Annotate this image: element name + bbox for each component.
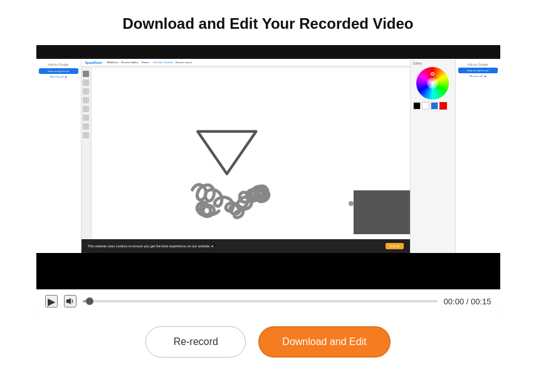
nav-link-gallery[interactable]: Browse Gallery xyxy=(122,61,139,64)
tool-pencil[interactable] xyxy=(83,71,89,77)
nav-link-multidraw[interactable]: MultiDraw xyxy=(107,61,118,64)
tool-select[interactable] xyxy=(83,106,89,112)
browser-area: Ads by Google Stop seeing this ad Why th… xyxy=(36,59,500,253)
nav-link-youtube[interactable]: YouTube Channel xyxy=(153,61,173,64)
video-top-bar xyxy=(36,45,500,59)
main-drawing-area: SpeedPaint MultiDraw Browse Gallery Game… xyxy=(81,59,410,253)
tool-eraser[interactable] xyxy=(83,88,89,95)
dark-corner-overlay xyxy=(354,190,410,234)
color-wheel[interactable] xyxy=(416,67,449,100)
browser-nav: SpeedPaint MultiDraw Browse Gallery Game… xyxy=(81,59,410,66)
tools-panel xyxy=(81,68,92,253)
tool-brush[interactable] xyxy=(83,80,89,86)
play-button[interactable]: ▶ xyxy=(45,295,58,307)
swatch-black[interactable] xyxy=(413,102,421,110)
re-record-button[interactable]: Re-record xyxy=(145,326,246,358)
left-why-this-label: Why this ad? ▶ xyxy=(39,75,78,78)
action-buttons: Re-record Download and Edit xyxy=(145,326,390,358)
nav-link-games[interactable]: Games xyxy=(142,61,150,64)
volume-icon xyxy=(65,297,75,306)
colors-panel-label: Colors xyxy=(413,61,453,65)
video-screen: Ads by Google Stop seeing this ad Why th… xyxy=(36,45,500,289)
swatch-blue[interactable] xyxy=(431,102,438,110)
right-ads-label: Ads by Google xyxy=(458,63,498,66)
nav-logo: SpeedPaint xyxy=(85,61,102,64)
download-edit-button[interactable]: Download and Edit xyxy=(258,326,390,358)
tool-text[interactable] xyxy=(83,115,89,121)
video-container: Ads by Google Stop seeing this ad Why th… xyxy=(36,45,500,312)
right-why-label: Why this ad? ▶ xyxy=(458,75,498,78)
progress-bar[interactable] xyxy=(83,300,438,302)
svg-marker-1 xyxy=(66,298,70,305)
page-title: Download and Edit Your Recorded Video xyxy=(122,15,413,33)
tool-zoom[interactable] xyxy=(83,132,89,138)
progress-thumb xyxy=(86,297,93,305)
video-controls: ▶ 00:00 / 00:15 xyxy=(36,289,500,312)
colors-panel: Colors xyxy=(410,59,455,253)
swatch-red[interactable] xyxy=(439,102,447,110)
time-display: 00:00 / 00:15 xyxy=(444,297,491,306)
right-ad-panel: Ads by Google Stop seeing this ad Why th… xyxy=(455,59,500,253)
nav-link-source[interactable]: Browse source xyxy=(176,61,192,64)
volume-button[interactable] xyxy=(64,295,76,307)
svg-marker-0 xyxy=(197,132,256,174)
color-wheel-dot xyxy=(431,72,434,76)
swatch-white[interactable] xyxy=(422,102,429,110)
gray-dot xyxy=(349,201,354,206)
color-swatches xyxy=(413,102,453,110)
right-stop-btn[interactable]: Stop seeing this ad xyxy=(458,68,498,73)
left-ad-panel: Ads by Google Stop seeing this ad Why th… xyxy=(36,59,81,253)
tool-fill[interactable] xyxy=(83,97,89,103)
left-stop-seeing-btn[interactable]: Stop seeing this ad xyxy=(39,68,78,74)
cookie-got-it-btn[interactable]: Got it! xyxy=(386,243,403,249)
tool-shape[interactable] xyxy=(83,123,89,130)
left-ads-label: Ads by Google xyxy=(39,63,78,66)
cookie-bar: This website uses cookies to ensure you … xyxy=(81,239,410,253)
nav-links: MultiDraw Browse Gallery Games YouTube C… xyxy=(107,61,192,64)
cookie-text: This website uses cookies to ensure you … xyxy=(88,244,214,248)
